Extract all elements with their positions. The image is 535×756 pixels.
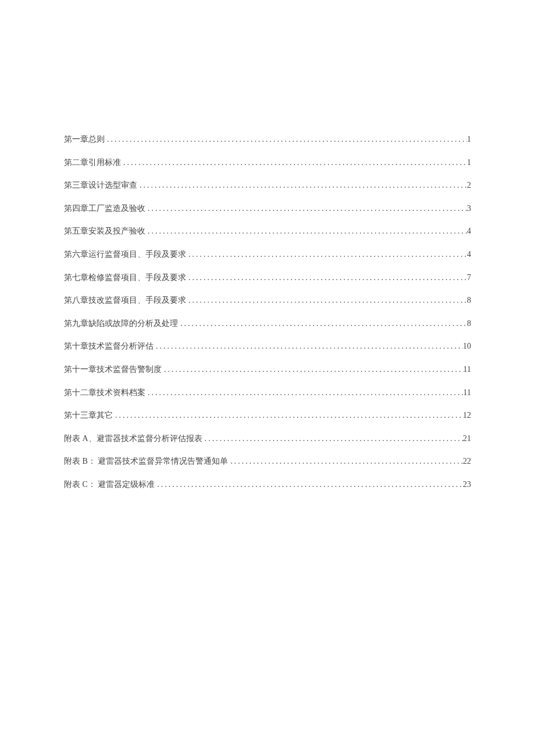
toc-title: 附表 A、避雷器技术监督分析评估报表 bbox=[64, 433, 202, 445]
toc-entry: 第八章技改监督项目、手段及要求 8 bbox=[64, 295, 471, 306]
toc-leader-dots bbox=[154, 341, 463, 352]
toc-leader-dots bbox=[145, 225, 467, 237]
toc-page-number: 4 bbox=[467, 249, 471, 260]
toc-leader-dots bbox=[121, 157, 467, 169]
toc-page-number: 8 bbox=[467, 318, 471, 329]
toc-entry: 第九章缺陷或故障的分析及处理 8 bbox=[64, 318, 471, 329]
toc-entry: 第三章设计选型审查 2 bbox=[64, 180, 471, 191]
toc-entry: 附表 B： 避雷器技术监督异常情况告警通知单 22 bbox=[64, 456, 471, 467]
toc-leader-dots bbox=[228, 456, 463, 467]
toc-title: 第十章技术监督分析评估 bbox=[64, 341, 154, 352]
toc-entry: 第十三章其它 12 bbox=[64, 410, 471, 421]
toc-entry: 第一章总则 1 bbox=[64, 134, 471, 145]
toc-page-number: 11 bbox=[463, 387, 471, 399]
toc-title: 第六章运行监督项目、手段及要求 bbox=[64, 249, 186, 260]
toc-entry: 第四章工厂监造及验收 3 bbox=[64, 203, 471, 214]
toc-entry: 第十二章技术资料档案 11 bbox=[64, 387, 471, 399]
toc-title: 第十三章其它 bbox=[64, 410, 113, 421]
toc-leader-dots bbox=[105, 134, 467, 145]
toc-page: 第一章总则 1 第二章引用标准 1 第三章设计选型审查 2 第四章工厂监造及验收… bbox=[0, 0, 535, 490]
toc-page-number: 7 bbox=[467, 272, 471, 284]
toc-page-number: 2 bbox=[467, 180, 471, 191]
toc-title: 附表 C： 避雷器定级标准 bbox=[64, 479, 155, 490]
toc-page-number: 1 bbox=[467, 134, 471, 145]
toc-title: 第七章检修监督项目、手段及要求 bbox=[64, 272, 186, 284]
toc-entry: 第五章安装及投产验收 4 bbox=[64, 225, 471, 237]
toc-leader-dots bbox=[155, 479, 463, 490]
toc-leader-dots bbox=[113, 410, 463, 421]
toc-leader-dots bbox=[186, 295, 467, 306]
toc-entry: 附表 A、避雷器技术监督分析评估报表 21 bbox=[64, 433, 471, 445]
toc-leader-dots bbox=[178, 318, 467, 329]
toc-entry: 第六章运行监督项目、手段及要求 4 bbox=[64, 249, 471, 260]
toc-title: 第十二章技术资料档案 bbox=[64, 387, 145, 399]
toc-page-number: 23 bbox=[463, 479, 471, 490]
toc-entry: 第二章引用标准 1 bbox=[64, 157, 471, 169]
toc-entry: 第七章检修监督项目、手段及要求 7 bbox=[64, 272, 471, 284]
toc-title: 第一章总则 bbox=[64, 134, 105, 145]
toc-title: 附表 B： 避雷器技术监督异常情况告警通知单 bbox=[64, 456, 228, 467]
toc-entry: 附表 C： 避雷器定级标准 23 bbox=[64, 479, 471, 490]
toc-title: 第四章工厂监造及验收 bbox=[64, 203, 145, 214]
toc-title: 第九章缺陷或故障的分析及处理 bbox=[64, 318, 178, 329]
toc-title: 第三章设计选型审查 bbox=[64, 180, 137, 191]
toc-leader-dots bbox=[186, 249, 467, 260]
toc-page-number: 10 bbox=[463, 341, 471, 352]
toc-page-number: 4 bbox=[467, 225, 471, 237]
toc-page-number: 8 bbox=[467, 295, 471, 306]
toc-entry: 第十章技术监督分析评估 10 bbox=[64, 341, 471, 352]
toc-page-number: 1 bbox=[467, 157, 471, 169]
toc-leader-dots bbox=[145, 203, 467, 214]
toc-entry: 第十一章技术监督告警制度 11 bbox=[64, 364, 471, 375]
toc-page-number: 3 bbox=[467, 203, 471, 214]
toc-leader-dots bbox=[202, 433, 463, 445]
toc-title: 第八章技改监督项目、手段及要求 bbox=[64, 295, 186, 306]
toc-page-number: 22 bbox=[463, 456, 471, 467]
toc-page-number: 21 bbox=[463, 433, 471, 445]
toc-page-number: 12 bbox=[463, 410, 471, 421]
toc-leader-dots bbox=[137, 180, 467, 191]
toc-title: 第十一章技术监督告警制度 bbox=[64, 364, 162, 375]
toc-leader-dots bbox=[186, 272, 467, 284]
toc-title: 第二章引用标准 bbox=[64, 157, 121, 169]
toc-leader-dots bbox=[145, 387, 463, 399]
toc-title: 第五章安装及投产验收 bbox=[64, 225, 145, 237]
toc-page-number: 11 bbox=[463, 364, 471, 375]
toc-leader-dots bbox=[162, 364, 463, 375]
